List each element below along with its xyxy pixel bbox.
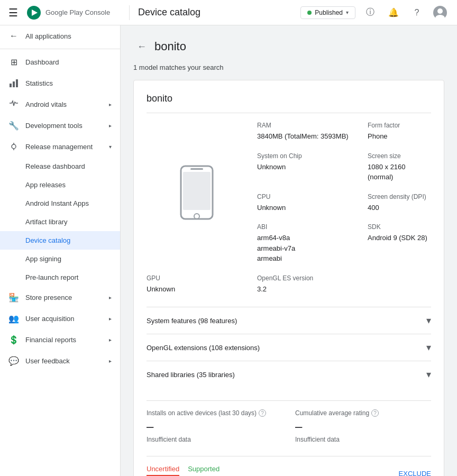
exclude-button[interactable]: EXCLUDE [399, 470, 431, 476]
notifications-button[interactable]: 🔔 [385, 4, 402, 21]
chevron-right-icon: ▸ [109, 123, 112, 129]
sidebar-item-label: Release management [25, 143, 93, 151]
sidebar-item-dashboard[interactable]: ⊞ Dashboard [0, 51, 120, 72]
sidebar-item-release-dashboard[interactable]: Release dashboard [0, 157, 120, 176]
svg-point-3 [437, 8, 443, 14]
shared-libraries-section[interactable]: Shared libraries (35 libraries) ▾ [147, 361, 431, 388]
installs-help-icon[interactable]: ? [259, 409, 266, 417]
sidebar-item-device-catalog[interactable]: Device catalog [0, 231, 120, 250]
sidebar-item-app-signing[interactable]: App signing [0, 250, 120, 268]
device-illustration [147, 122, 246, 264]
sidebar-divider [0, 49, 120, 49]
bar-chart-icon [9, 78, 19, 88]
spec-screen-size: Screen size 1080 x 2160 (normal) [368, 152, 431, 182]
svg-rect-6 [13, 81, 15, 87]
spec-sdk-value: Android 9 (SDK 28) [368, 233, 431, 243]
google-play-logo-icon [26, 5, 41, 20]
spec-soc: System on Chip Unknown [257, 152, 357, 182]
svg-rect-14 [190, 168, 203, 170]
status-label: Published [315, 9, 343, 16]
sidebar-item-user-acquisition[interactable]: 👥 User acquisition ▸ [0, 308, 120, 329]
rocket-icon [9, 142, 19, 151]
spec-sdk: SDK Android 9 (SDK 28) [368, 223, 431, 264]
specs-grid: RAM 3840MB (TotalMem: 3593MB) Form facto… [147, 122, 431, 294]
tab-uncertified[interactable]: Uncertified [147, 465, 179, 476]
phone-icon [176, 163, 218, 222]
installs-sub: Insufficient data [147, 436, 282, 443]
heart-icon [9, 99, 19, 109]
opengl-extensions-label: OpenGL extensions (108 extensions) [147, 344, 260, 352]
spec-abi-value: arm64-v8aarmeabi-v7aarmeabi [257, 233, 357, 264]
help-button[interactable]: ? [408, 4, 425, 21]
spec-screen-size-label: Screen size [368, 152, 431, 160]
status-dot [307, 11, 312, 15]
spec-sdk-label: SDK [368, 223, 431, 231]
system-features-label: System features (98 features) [147, 317, 237, 325]
installs-stat: Installs on active devices (last 30 days… [147, 409, 282, 443]
account-button[interactable] [432, 4, 449, 21]
tab-supported[interactable]: Supported [188, 465, 220, 476]
svg-rect-7 [16, 79, 18, 87]
sidebar-item-label: User feedback [25, 357, 70, 365]
breadcrumb: ← bonito [133, 38, 444, 55]
header-logo: Google Play Console [26, 5, 110, 20]
sidebar-item-app-releases[interactable]: App releases [0, 176, 120, 194]
spec-cpu: CPU Unknown [257, 193, 357, 213]
sidebar-item-label: Statistics [25, 79, 53, 87]
sidebar-item-label: App signing [25, 255, 61, 263]
spec-screen-density-label: Screen density (DPI) [368, 193, 431, 200]
spec-abi: ABI arm64-v8aarmeabi-v7aarmeabi [257, 223, 357, 264]
sidebar-item-development-tools[interactable]: 🔧 Development tools ▸ [0, 115, 120, 136]
spec-gpu-label: GPU [147, 274, 246, 282]
rating-label: Cumulative average rating ? [295, 409, 431, 417]
sidebar-item-android-vitals[interactable]: Android vitals ▸ [0, 94, 120, 115]
back-button[interactable]: ← [133, 38, 150, 55]
rating-stat: Cumulative average rating ? – Insufficie… [295, 409, 431, 443]
system-features-section[interactable]: System features (98 features) ▾ [147, 307, 431, 334]
spec-screen-density-value: 400 [368, 203, 431, 213]
sidebar-item-all-applications[interactable]: ← All applications [0, 25, 120, 47]
status-badge[interactable]: Published ▾ [300, 6, 355, 19]
header-divider [129, 5, 130, 20]
release-icon [8, 141, 19, 152]
sidebar-item-pre-launch-report[interactable]: Pre-launch report [0, 268, 120, 287]
opengl-extensions-section[interactable]: OpenGL extensions (108 extensions) ▾ [147, 334, 431, 361]
rating-help-icon[interactable]: ? [371, 409, 379, 417]
page-title: bonito [154, 40, 186, 53]
sidebar-item-store-presence[interactable]: 🏪 Store presence ▸ [0, 287, 120, 308]
header-right: Published ▾ ⓘ 🔔 ? [300, 4, 449, 21]
chevron-right-icon: ▸ [109, 316, 112, 322]
rating-value: – [295, 419, 431, 434]
spec-opengl: OpenGL ES version 3.2 [257, 274, 357, 295]
chevron-right-icon: ▸ [109, 358, 112, 364]
menu-icon[interactable]: ☰ [8, 6, 18, 19]
sidebar-item-financial-reports[interactable]: 💲 Financial reports ▸ [0, 329, 120, 350]
financial-icon: 💲 [8, 334, 19, 345]
chevron-down-icon: ▾ [426, 315, 431, 326]
page-header-title: Device catalog [138, 7, 200, 18]
users-icon: 👥 [8, 313, 19, 324]
sidebar-item-label: Pre-launch report [25, 273, 78, 281]
sidebar-item-user-feedback[interactable]: 💬 User feedback ▸ [0, 350, 120, 371]
vitals-icon [8, 99, 19, 109]
sidebar-item-label: All applications [25, 32, 71, 40]
installs-value: – [147, 419, 282, 434]
installs-label: Installs on active devices (last 30 days… [147, 409, 282, 417]
svg-point-8 [12, 144, 16, 149]
spec-ram: RAM 3840MB (TotalMem: 3593MB) [257, 122, 357, 142]
sidebar-item-android-instant-apps[interactable]: Android Instant Apps [0, 194, 120, 213]
chevron-right-icon: ▸ [109, 337, 112, 343]
sidebar-item-label: Development tools [25, 122, 83, 130]
spec-form-factor-label: Form factor [368, 122, 431, 129]
spec-form-factor-value: Phone [368, 131, 431, 142]
sidebar-item-artifact-library[interactable]: Artifact library [0, 213, 120, 231]
chevron-down-icon: ▾ [346, 10, 349, 15]
sidebar-item-label: Device catalog [25, 236, 70, 244]
chevron-right-icon: ▸ [109, 102, 112, 107]
spec-screen-density: Screen density (DPI) 400 [368, 193, 431, 213]
sidebar-item-release-management[interactable]: Release management ▾ [0, 136, 120, 157]
sidebar-item-statistics[interactable]: Statistics [0, 72, 120, 94]
main-content: ← bonito 1 model matches your search bon… [121, 25, 457, 476]
svg-rect-12 [183, 172, 211, 210]
info-button[interactable]: ⓘ [362, 4, 379, 21]
